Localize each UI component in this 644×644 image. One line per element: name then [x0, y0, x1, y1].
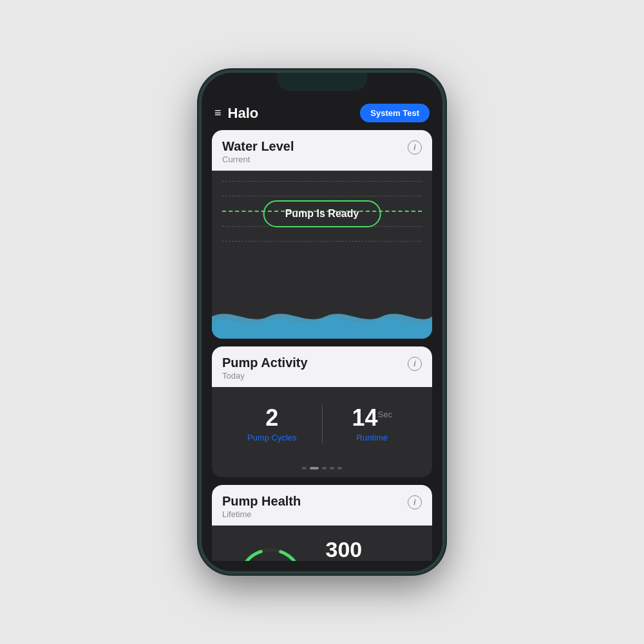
runtime-stat: 14Sec Runtime	[323, 400, 422, 449]
pump-cycles-stat: 2 Pump Cycles	[222, 400, 322, 449]
pump-health-title: Pump Health	[222, 494, 301, 509]
pump-activity-body: 2 Pump Cycles 14Sec Runtime	[212, 387, 432, 462]
pump-health-card: Pump Health Lifetime i	[212, 485, 432, 561]
phone-frame: ≡ Halo System Test Water Level Current i	[200, 71, 444, 573]
pump-cycles-label: Pump Cycles	[222, 433, 322, 442]
runtime-label: Runtime	[323, 433, 422, 442]
pump-health-info-icon[interactable]: i	[408, 495, 422, 509]
scroll-content[interactable]: Water Level Current i Pump Is Ready	[202, 130, 442, 561]
app-header: ≡ Halo System Test	[202, 99, 442, 130]
dot-2-active	[310, 467, 319, 469]
notch	[277, 73, 367, 91]
dot-3	[322, 467, 327, 469]
menu-icon[interactable]: ≡	[214, 106, 222, 120]
app-title: Halo	[228, 105, 259, 122]
health-circle-svg	[235, 545, 306, 561]
svg-point-1	[240, 550, 301, 561]
total-cycles-stat: 300 Total Cycles	[326, 538, 422, 561]
water-lines-container: Pump Is Ready	[212, 181, 432, 297]
dashed-line-2	[222, 196, 422, 196]
pump-health-title-group: Pump Health Lifetime	[222, 494, 301, 519]
pump-activity-card: Pump Activity Today i 2 Pump Cycles	[212, 346, 432, 477]
system-test-button[interactable]: System Test	[360, 104, 430, 122]
dashed-line-4	[222, 241, 422, 242]
app-content: ≡ Halo System Test Water Level Current i	[202, 73, 442, 571]
water-level-subtitle: Current	[222, 155, 294, 164]
runtime-value: 14Sec	[323, 406, 422, 430]
dot-4	[330, 467, 334, 469]
pump-health-card-header: Pump Health Lifetime i	[212, 485, 432, 526]
pump-cycles-value: 2	[222, 406, 322, 430]
wave-svg	[212, 304, 432, 339]
dashed-line-1	[222, 181, 422, 182]
dot-5	[337, 467, 342, 469]
water-level-info-icon[interactable]: i	[408, 140, 422, 155]
pump-activity-card-header: Pump Activity Today i	[212, 346, 432, 387]
pump-ready-button[interactable]: Pump Is Ready	[263, 200, 381, 227]
header-left: ≡ Halo	[214, 105, 258, 122]
health-circle-block: Excellent	[222, 545, 319, 561]
health-stats-block: 300 Total Cycles 35Min Total Runtime	[319, 538, 422, 561]
water-level-body: Pump Is Ready	[212, 171, 432, 339]
pagination-dots	[212, 462, 432, 477]
water-level-card: Water Level Current i Pump Is Ready	[212, 130, 432, 339]
water-level-title: Water Level	[222, 139, 294, 154]
water-wave	[212, 303, 432, 339]
dot-1	[302, 467, 307, 469]
pump-activity-title: Pump Activity	[222, 355, 308, 370]
pump-activity-info-icon[interactable]: i	[408, 357, 422, 371]
water-level-title-group: Water Level Current	[222, 139, 294, 164]
pump-activity-title-group: Pump Activity Today	[222, 355, 308, 381]
health-circle-container: Excellent	[235, 545, 306, 561]
water-level-card-header: Water Level Current i	[212, 130, 432, 171]
pump-health-subtitle: Lifetime	[222, 509, 301, 519]
pump-activity-subtitle: Today	[222, 371, 308, 381]
total-cycles-value: 300	[326, 538, 422, 560]
runtime-unit: Sec	[378, 410, 392, 419]
screen: ≡ Halo System Test Water Level Current i	[202, 73, 442, 571]
pump-health-body: Excellent 300 Total Cycles	[212, 526, 432, 561]
